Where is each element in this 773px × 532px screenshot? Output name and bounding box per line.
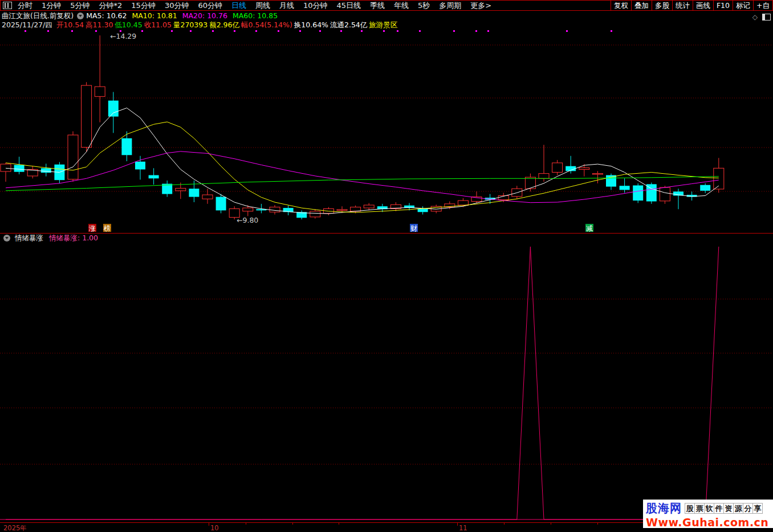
candle	[552, 160, 563, 175]
quote-field-5: 额2.96亿	[209, 21, 239, 29]
axis-year-label: 2025年	[3, 524, 27, 532]
signal-dot	[212, 30, 214, 32]
period-tab-分时[interactable]: 分时	[18, 1, 32, 10]
quote-date: 2025/11/27/四	[2, 21, 52, 29]
candle	[512, 186, 522, 199]
collapse-chevron-icon[interactable]	[3, 235, 10, 242]
axis-tick	[292, 523, 293, 525]
stock-title: 曲江文旅(日线.前复权)	[2, 11, 74, 20]
candle	[41, 163, 51, 176]
collapse-chevron-icon[interactable]	[77, 13, 84, 19]
candle	[673, 189, 684, 209]
quote-field-6: 幅0.54(5.14%)	[241, 21, 292, 29]
signal-dot	[234, 30, 235, 32]
watermark-slogan-char: 股	[685, 503, 695, 514]
chart-marker-减: 减	[585, 224, 593, 232]
period-tab-60分钟[interactable]: 60分钟	[198, 1, 222, 10]
signal-dot	[383, 30, 385, 32]
quote-field-9: 旅游景区	[369, 21, 397, 29]
indicator-header: 情绪暴涨情绪暴涨: 1.00	[0, 234, 773, 242]
chart-marker-榜: 榜	[103, 224, 111, 232]
quote-field-0: 开10.54	[56, 21, 84, 29]
tool-button-多股[interactable]: 多股	[652, 1, 672, 10]
period-tab-年线[interactable]: 年线	[394, 1, 409, 10]
candle	[68, 132, 78, 182]
watermark: 股海网 股票软件资源分享 Www.Guhai.com.cn	[643, 500, 773, 528]
candle	[202, 189, 213, 204]
signal-dot	[25, 30, 26, 32]
app-logo-icon[interactable]	[3, 2, 12, 9]
candle	[606, 174, 616, 190]
period-tab-季线[interactable]: 季线	[370, 1, 385, 10]
signal-dot	[299, 30, 301, 32]
candle	[176, 182, 186, 199]
svg-text:财: 财	[410, 224, 417, 232]
tool-button-叠加[interactable]: 叠加	[631, 1, 652, 10]
tool-button-画线[interactable]: 画线	[693, 1, 713, 10]
candle	[660, 186, 670, 204]
svg-text:榜: 榜	[103, 224, 111, 232]
period-tab-更多>[interactable]: 更多>	[470, 1, 491, 10]
period-tab-多周期[interactable]: 多周期	[439, 1, 461, 10]
tool-button-统计[interactable]: 统计	[672, 1, 693, 10]
axis-month-label-11: 11	[459, 524, 467, 532]
tool-button-F10[interactable]: F10	[713, 1, 733, 10]
period-tab-分钟*2[interactable]: 分钟*2	[99, 1, 123, 10]
candle	[1, 163, 11, 182]
signal-dot	[190, 30, 192, 32]
period-tab-周线[interactable]: 周线	[255, 1, 270, 10]
quote-field-3: 收11.05	[144, 21, 172, 29]
quote-field-4: 量270393	[173, 21, 208, 29]
ma-line-MA10	[6, 122, 719, 212]
indicator-chart[interactable]	[0, 242, 773, 522]
watermark-slogan-char: 分	[743, 503, 753, 514]
ma-label: MA60: 10.85	[233, 11, 278, 20]
quote-field-2: 低10.45	[115, 21, 142, 29]
quote-field-7: 换10.64%	[294, 21, 328, 29]
candlestick-chart[interactable]: 涨榜财减←14.29←9.80	[0, 30, 773, 233]
period-tab-日线[interactable]: 日线	[231, 1, 246, 10]
candle	[310, 209, 320, 219]
period-tab-10分钟[interactable]: 10分钟	[303, 1, 328, 10]
period-tab-1分钟[interactable]: 1分钟	[42, 1, 61, 10]
candle	[296, 210, 307, 219]
diamond-icon[interactable]: ◇	[752, 14, 758, 21]
axis-tick	[597, 523, 598, 525]
period-toolbar: 分时1分钟5分钟分钟*215分钟30分钟60分钟日线周线月线10分钟45日线季线…	[0, 0, 773, 11]
price-annotation: ←9.80	[237, 216, 258, 224]
quote-row: 2025/11/27/四 开10.54高11.30低10.45收11.05量27…	[0, 21, 773, 30]
ma-values: MA5: 10.62MA10: 10.81MA20: 10.76MA60: 10…	[86, 11, 283, 20]
candle	[565, 156, 576, 174]
period-tab-5秒[interactable]: 5秒	[418, 1, 430, 10]
price-annotation: ←14.29	[110, 32, 136, 40]
axis-tick	[504, 523, 505, 525]
tool-button-复权[interactable]: 复权	[611, 1, 631, 10]
candle	[135, 156, 145, 180]
period-tab-5分钟[interactable]: 5分钟	[70, 1, 89, 10]
signal-dot	[453, 30, 455, 32]
ma-label: MA5: 10.62	[86, 11, 127, 20]
signal-dot	[95, 30, 97, 32]
candle	[390, 202, 401, 211]
candle	[579, 164, 589, 177]
chart-marker-财: 财	[410, 224, 418, 232]
signal-dot	[611, 30, 612, 32]
period-tab-30分钟[interactable]: 30分钟	[165, 1, 189, 10]
signal-dot	[319, 30, 321, 32]
ma-label: MA20: 10.76	[182, 11, 227, 20]
axis-tick	[339, 523, 339, 525]
chart-marker-涨: 涨	[88, 224, 96, 232]
axis-tick	[551, 523, 551, 525]
axis-tick	[246, 523, 246, 525]
indicator-line	[6, 247, 719, 519]
quote-field-8: 流通2.54亿	[330, 21, 367, 29]
split-window-icon[interactable]	[762, 14, 771, 21]
signal-dot	[255, 30, 257, 32]
signal-dot	[47, 30, 49, 32]
tool-button-+自[interactable]: +自	[753, 1, 772, 10]
period-tab-月线[interactable]: 月线	[279, 1, 294, 10]
signal-dot	[361, 30, 363, 32]
period-tab-15分钟[interactable]: 15分钟	[131, 1, 156, 10]
period-tab-45日线[interactable]: 45日线	[337, 1, 361, 10]
tool-button-标记[interactable]: 标记	[733, 1, 753, 10]
